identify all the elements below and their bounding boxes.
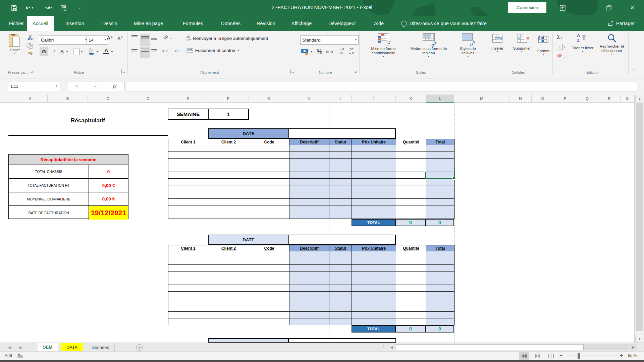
cell[interactable]: [208, 165, 249, 172]
cell[interactable]: [289, 272, 329, 278]
column-header-K[interactable]: K: [396, 95, 426, 103]
cell[interactable]: [329, 192, 352, 199]
share-button[interactable]: Partager: [608, 16, 635, 31]
minimize-button[interactable]: [578, 0, 593, 16]
cell[interactable]: [289, 165, 329, 172]
cell[interactable]: [329, 172, 352, 179]
cell[interactable]: [208, 199, 249, 205]
cell[interactable]: [352, 179, 396, 185]
conditional-formatting-dropdown[interactable]: ▾: [366, 55, 401, 58]
cell[interactable]: [352, 265, 396, 272]
cell[interactable]: [396, 292, 426, 298]
tab-developpeur[interactable]: Développeur: [323, 16, 362, 31]
tab-mise-en-page[interactable]: Mise en page: [128, 16, 169, 31]
collapse-ribbon-button[interactable]: ⌃: [632, 69, 635, 73]
cell[interactable]: [249, 205, 289, 212]
cell[interactable]: [426, 265, 454, 272]
cell[interactable]: [426, 185, 454, 192]
cell[interactable]: [168, 278, 208, 285]
cell[interactable]: [426, 152, 454, 159]
column-header-I[interactable]: I: [329, 95, 352, 103]
column-header-R[interactable]: R: [598, 95, 621, 103]
enter-button[interactable]: ✓: [94, 84, 97, 89]
cell[interactable]: [396, 179, 426, 185]
cell[interactable]: [289, 285, 329, 292]
cell[interactable]: [249, 185, 289, 192]
font-name-select[interactable]: Calibri▾: [39, 35, 89, 45]
cell[interactable]: [396, 272, 426, 278]
autosum-dropdown[interactable]: ▾: [560, 37, 562, 40]
total-sum-cell[interactable]: 0: [425, 219, 454, 226]
cell[interactable]: [289, 185, 329, 192]
bold-button[interactable]: G: [40, 47, 48, 56]
cell[interactable]: [352, 199, 396, 205]
borders-button[interactable]: [73, 49, 80, 55]
tab-aide[interactable]: Aide: [368, 16, 389, 31]
column-header-S[interactable]: S: [621, 95, 634, 103]
cell[interactable]: [396, 145, 426, 152]
cell[interactable]: [352, 251, 396, 258]
cell[interactable]: [249, 172, 289, 179]
cell[interactable]: [396, 192, 426, 199]
cell[interactable]: [396, 285, 426, 292]
sheet-tab-donnees[interactable]: Données: [86, 343, 115, 352]
comma-style-button[interactable]: 000: [326, 50, 333, 54]
col-header-Client 1[interactable]: Client 1: [168, 139, 208, 145]
cell[interactable]: [329, 159, 352, 165]
cell[interactable]: [249, 179, 289, 185]
hscroll-left-arrow[interactable]: ◀: [388, 344, 395, 350]
cell[interactable]: [352, 278, 396, 285]
cell[interactable]: [208, 205, 249, 212]
cell[interactable]: [426, 199, 454, 205]
sheet-tab-data[interactable]: DATA: [61, 343, 83, 352]
sheet-canvas[interactable]: Récapitulatif Récapitulatif de la semain…: [0, 103, 634, 343]
col-header-Prix Unitaire[interactable]: Prix Unitaire: [352, 139, 396, 145]
cell[interactable]: [168, 165, 208, 172]
cell[interactable]: [208, 278, 249, 285]
name-box[interactable]: L11▾: [8, 81, 60, 91]
cell[interactable]: [289, 212, 329, 219]
column-header-J[interactable]: J: [352, 95, 396, 103]
tab-dessin[interactable]: Dessin: [97, 16, 123, 31]
cell[interactable]: [352, 145, 396, 152]
sheet-nav-left[interactable]: ◀: [8, 343, 11, 352]
cell[interactable]: [396, 205, 426, 212]
cell[interactable]: [168, 285, 208, 292]
column-header-D[interactable]: D: [128, 95, 168, 103]
cell[interactable]: [329, 199, 352, 205]
column-header-F[interactable]: F: [208, 95, 249, 103]
col-header-Prix Unitaire[interactable]: Prix Unitaire: [352, 245, 396, 252]
insert-cells-dropdown[interactable]: ▾: [487, 50, 508, 53]
cell[interactable]: [396, 172, 426, 179]
column-header-P[interactable]: P: [554, 95, 576, 103]
cell[interactable]: [249, 285, 289, 292]
col-header-Total[interactable]: Total: [426, 245, 454, 252]
currency-format-button[interactable]: [301, 48, 310, 56]
col-header-Client 1[interactable]: Client 1: [168, 245, 208, 252]
horizontal-scroll-thumb[interactable]: [396, 344, 584, 350]
number-dialog-launcher[interactable]: [353, 69, 358, 74]
col-header-Statut[interactable]: Statut: [329, 245, 352, 252]
cell[interactable]: [168, 258, 208, 265]
cell[interactable]: [289, 145, 329, 152]
clear-button[interactable]: ▾: [557, 53, 566, 59]
cell[interactable]: [352, 312, 396, 318]
cell[interactable]: [426, 159, 454, 165]
currency-dropdown[interactable]: ▾: [311, 51, 312, 53]
col-header-Client 2[interactable]: Client 2: [208, 245, 249, 252]
cell[interactable]: [329, 312, 352, 318]
cell[interactable]: [352, 298, 396, 305]
cell[interactable]: [168, 272, 208, 278]
cell[interactable]: [208, 305, 249, 312]
column-header-M[interactable]: M: [454, 95, 509, 103]
cell[interactable]: [208, 185, 249, 192]
cell[interactable]: [396, 159, 426, 165]
cell[interactable]: [208, 272, 249, 278]
cell[interactable]: [426, 258, 454, 265]
cell[interactable]: [208, 312, 249, 318]
increase-decimal-button[interactable]: ←,0,00: [338, 47, 344, 55]
cell[interactable]: [329, 278, 352, 285]
cell[interactable]: [329, 179, 352, 185]
col-header-Total[interactable]: Total: [426, 139, 454, 145]
sheet-nav-right[interactable]: ▶: [19, 343, 22, 352]
